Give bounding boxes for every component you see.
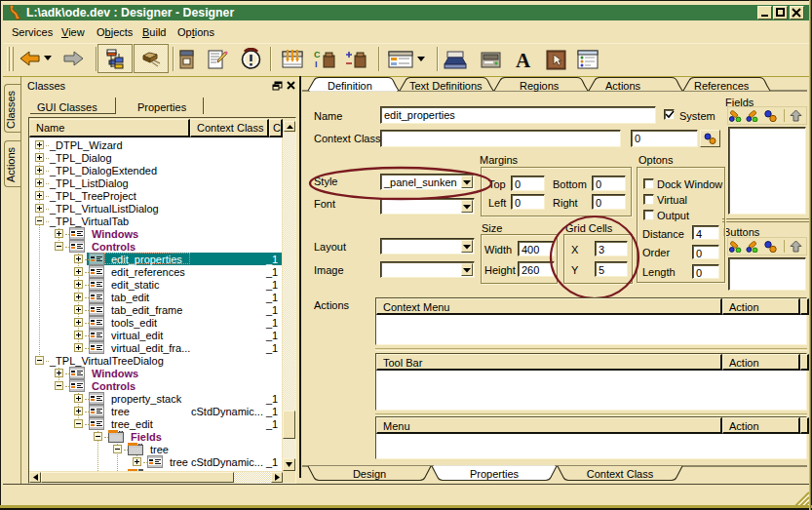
- svg-text:C: C: [314, 50, 321, 59]
- svg-text:A: A: [516, 49, 531, 70]
- svg-text:I: I: [315, 59, 318, 69]
